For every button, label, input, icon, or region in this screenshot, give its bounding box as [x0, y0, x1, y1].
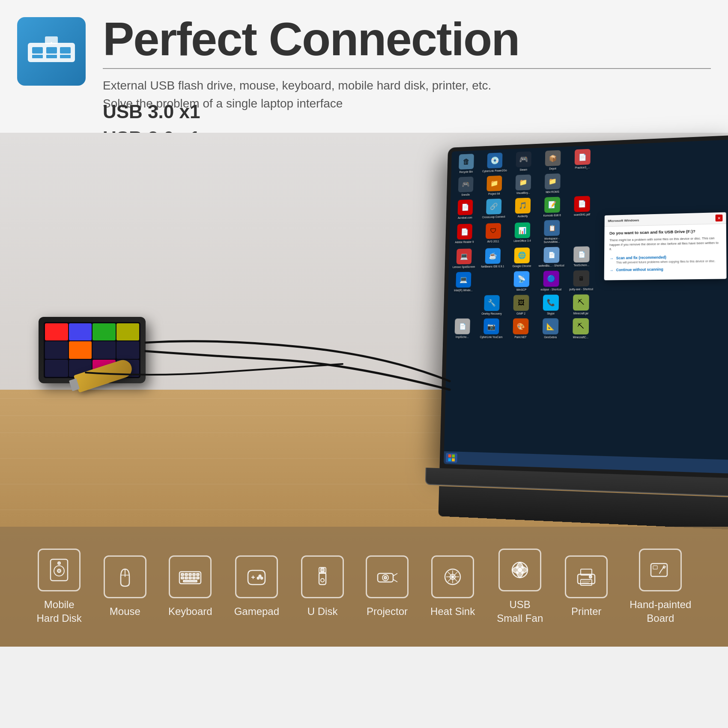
icon-snes9x[interactable]: 🎮 Snes9x [452, 175, 480, 198]
tablet-icon-circle [639, 549, 682, 591]
svg-point-33 [259, 575, 261, 577]
subtitle-line1: External USB flash drive, mouse, keyboar… [103, 79, 491, 92]
svg-point-16 [58, 562, 60, 564]
svg-rect-38 [321, 568, 324, 572]
bottom-icons-bar: MobileHard Disk Mouse [0, 527, 728, 647]
icon-empty1 [567, 171, 597, 194]
svg-point-39 [321, 579, 324, 582]
icon-komodo[interactable]: 📝 Komodo Edit 6 [538, 195, 567, 219]
icon-recycle-bin[interactable]: 🗑 Recycle Bin [452, 152, 480, 176]
icon-audacity[interactable]: 🎵 Audacity [508, 196, 537, 219]
icon-visualboy[interactable]: 📁 VisualBoy... [509, 173, 537, 196]
icon-workspace[interactable]: 📋 Workspace - SurvivalMai... [537, 219, 567, 245]
heatsink-label: Heat Sink [430, 605, 475, 618]
scene-area: 🗑 Recycle Bin 💿 CyberLink Power2Go 🎮 Ste… [0, 133, 728, 647]
icon-practice[interactable]: 📄 Practice3_... [568, 147, 597, 171]
icon-onefoy[interactable]: 🔧 Onefoy Recovery [477, 294, 506, 317]
icon-chrome[interactable]: 🌐 Google Chrome [507, 246, 537, 269]
icon-geogebra[interactable]: 📐 GeoGebra [536, 317, 565, 340]
heatsink-icon [440, 564, 465, 590]
fan-icon-circle [498, 549, 541, 591]
svg-rect-5 [60, 47, 71, 54]
svg-rect-54 [581, 579, 592, 585]
laptop-on-desk: 🗑 Recycle Bin 💿 CyberLink Power2Go 🎮 Ste… [439, 135, 728, 530]
dialog-close-button[interactable]: ✕ [716, 215, 723, 221]
dialog-heading: Do you want to scan and fix USB Drive (F… [609, 228, 721, 236]
header-text: Perfect Connection External USB flash dr… [103, 13, 711, 113]
icon-minecraft1[interactable]: ⛏ Minecraft.jar [566, 293, 596, 316]
svg-rect-24 [197, 573, 199, 576]
icon-eclipse[interactable]: 🔵 eclipse - Shortcut [537, 269, 566, 292]
svg-rect-28 [193, 577, 195, 579]
bottom-item-keyboard: Keyboard [168, 555, 212, 618]
bottom-item-udisk: U Disk [301, 555, 344, 618]
icon-n64roms[interactable]: 📁 N64 ROMS [538, 172, 567, 195]
svg-rect-10 [452, 454, 455, 457]
bottom-item-mouse: Mouse [104, 555, 146, 618]
printer-icon [573, 564, 599, 590]
svg-point-49 [452, 576, 454, 578]
icon-testschem1[interactable]: 📄 TestSchem... [567, 245, 596, 269]
scan-option-content: Scan and fix (recommended) This will pre… [616, 254, 716, 265]
icon-project64[interactable]: 📁 Project 64 [480, 174, 508, 197]
icon-putty[interactable]: 🖥 putty-axe - Shortcut [567, 269, 596, 292]
projector-icon-circle [366, 555, 409, 598]
usb-spec-1: USB 3.0 x1 [103, 98, 200, 125]
icon-crossloop[interactable]: 🔗 CrossLoop Connect [480, 197, 508, 220]
product-icon [17, 17, 86, 86]
svg-point-15 [57, 569, 61, 573]
udisk-icon-circle [301, 555, 344, 598]
title-divider [103, 68, 711, 69]
bottom-item-printer: Printer [565, 555, 608, 618]
icon-netbeans[interactable]: ☕ NetBeans IDE 6.9.1 [478, 247, 507, 270]
icon-steam[interactable]: 🎮 Steam [509, 150, 538, 173]
icon-youcam[interactable]: 📷 CyberLink YouCam [477, 317, 506, 340]
svg-rect-23 [193, 573, 195, 576]
icon-adobe[interactable]: 📄 Adobe Reader 9 [451, 221, 479, 247]
icon-gimp[interactable]: 🖼 GIMP 2 [507, 293, 536, 316]
bottom-item-tablet: Hand-paintedBoard [630, 549, 691, 624]
keyboard-label: Keyboard [168, 605, 212, 618]
icon-implsche[interactable]: 📄 ImplSche... [448, 317, 477, 340]
svg-rect-25 [181, 577, 184, 579]
start-button[interactable] [446, 453, 457, 463]
hdd-icon [46, 557, 72, 583]
icon-intel[interactable]: 💻 Intel(R) Winde... [449, 271, 477, 293]
svg-rect-4 [46, 55, 57, 58]
page-title: Perfect Connection [103, 13, 711, 65]
icon-empty2 [567, 218, 597, 245]
icon-depot[interactable]: 📦 Depot [538, 149, 567, 172]
dialog-title-text: Microsoft Windows [608, 218, 639, 223]
icon-lenovo[interactable]: 💻 Lenovo SpidScreen [450, 247, 478, 270]
windows-scan-dialog[interactable]: Microsoft Windows ✕ Do you want to scan … [604, 212, 727, 280]
icon-libreoffice[interactable]: 📊 LibreOffice 3.4 [508, 219, 537, 246]
icon-avg[interactable]: 🛡 AVG 2011 [479, 220, 508, 246]
svg-point-35 [257, 577, 260, 579]
icon-skype[interactable]: 📞 Skype [536, 293, 566, 316]
icon-paintnet[interactable]: 🎨 Paint.NET [506, 317, 535, 340]
projector-icon [374, 564, 400, 590]
svg-point-42 [384, 576, 387, 579]
icon-scan[interactable]: 📄 scan0041.pdf [567, 194, 597, 218]
fan-icon [507, 557, 533, 583]
icon-empty4 [449, 294, 477, 316]
laptop-frame: 🗑 Recycle Bin 💿 CyberLink Power2Go 🎮 Ste… [439, 135, 728, 478]
svg-rect-27 [189, 577, 191, 579]
hdd-label: MobileHard Disk [37, 598, 82, 624]
udisk-icon [310, 564, 335, 590]
icon-wofen[interactable]: 📄 wofenBlu... - Shortcut [537, 245, 566, 269]
svg-rect-20 [181, 573, 184, 576]
icon-acrobat[interactable]: 📄 Acrobat.com [451, 198, 480, 221]
continue-option-title: Continue without scanning [616, 267, 663, 272]
gamepad-icon-circle [235, 555, 278, 598]
bottom-item-heatsink: Heat Sink [430, 555, 475, 618]
dialog-option-continue[interactable]: → Continue without scanning [609, 266, 721, 273]
continue-option-content: Continue without scanning [616, 267, 663, 272]
icon-minecraftc[interactable]: ⛏ MinecraftC... [566, 317, 596, 340]
printer-label: Printer [571, 605, 602, 618]
icon-winscp[interactable]: 📡 WinSCP [507, 270, 536, 293]
icon-cyberlink[interactable]: 💿 CyberLink Power2Go [480, 151, 509, 174]
dialog-option-scan[interactable]: → Scan and fix (recommended) This will p… [609, 254, 721, 264]
gamepad-icon [244, 564, 269, 590]
tablet-label: Hand-paintedBoard [630, 598, 691, 624]
